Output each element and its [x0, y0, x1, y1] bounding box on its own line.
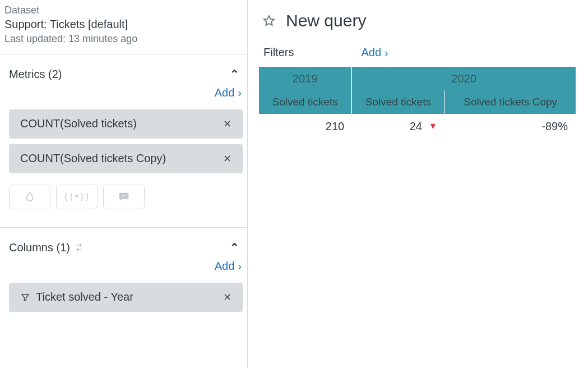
down-triangle-icon: ▼: [429, 121, 438, 131]
filter-icon: [20, 292, 30, 302]
columns-add-label: Add: [215, 260, 235, 273]
metric-chip-remove[interactable]: ✕: [223, 119, 232, 129]
metrics-add-label: Add: [215, 86, 235, 99]
dataset-label: Dataset: [4, 3, 247, 17]
table-cell: -89%: [445, 114, 576, 139]
result-table: 2019 2020 Solved tickets Solved tickets …: [259, 67, 576, 139]
columns-section: Columns (1) ⌃ Add › Ticket solved - Y: [0, 228, 247, 325]
column-chip[interactable]: Ticket solved - Year ✕: [9, 283, 243, 312]
message-button[interactable]: [103, 185, 145, 209]
swap-icon[interactable]: [73, 242, 85, 253]
th-year[interactable]: 2019: [259, 67, 352, 90]
broadcast-button[interactable]: ((•)): [56, 185, 98, 209]
svg-point-1: [123, 195, 124, 196]
main-area: New query Filters Add › 2019 2020 Solved…: [248, 0, 588, 368]
column-chip-label: Ticket solved - Year: [20, 291, 133, 303]
chevron-right-icon: ›: [238, 87, 242, 98]
th-metric[interactable]: Solved tickets: [259, 90, 352, 114]
filters-add-label: Add: [361, 46, 381, 59]
droplet-button[interactable]: [9, 185, 50, 209]
th-metric[interactable]: Solved tickets Copy: [445, 90, 576, 114]
query-title[interactable]: New query: [286, 11, 366, 30]
chevron-right-icon: ›: [238, 260, 242, 272]
metrics-add-link[interactable]: Add ›: [215, 86, 242, 99]
columns-collapse-chevron[interactable]: ⌃: [227, 242, 242, 253]
table-row: 210 24 ▼ -89%: [259, 114, 576, 139]
metric-chip-label: COUNT(Solved tickets): [20, 117, 137, 130]
metric-chip-label: COUNT(Solved tickets Copy): [20, 152, 166, 165]
dataset-updated: Last updated: 13 minutes ago: [4, 32, 247, 45]
columns-add-link[interactable]: Add ›: [215, 260, 242, 273]
dataset-block: Dataset Support: Tickets [default] Last …: [0, 0, 247, 54]
th-year[interactable]: 2020: [352, 67, 576, 90]
table-cell: 24 ▼: [352, 114, 445, 139]
chevron-right-icon: ›: [385, 47, 388, 58]
th-metric[interactable]: Solved tickets: [352, 90, 445, 114]
table-cell: 210: [259, 114, 352, 139]
column-chip-remove[interactable]: ✕: [223, 292, 232, 302]
svg-point-2: [125, 195, 126, 196]
metric-chip[interactable]: COUNT(Solved tickets Copy) ✕: [9, 144, 243, 173]
star-icon[interactable]: [262, 14, 276, 27]
svg-point-0: [122, 195, 123, 196]
dataset-name: Support: Tickets [default]: [4, 17, 247, 32]
metrics-title: Metrics (2): [9, 68, 62, 81]
metrics-collapse-chevron[interactable]: ⌃: [227, 68, 242, 80]
sidebar: Dataset Support: Tickets [default] Last …: [0, 0, 248, 368]
broadcast-icon: ((•)): [63, 192, 90, 202]
columns-title: Columns (1): [9, 241, 85, 254]
filters-add-link[interactable]: Add ›: [361, 46, 388, 59]
metric-chip[interactable]: COUNT(Solved tickets) ✕: [9, 109, 243, 139]
metrics-section: Metrics (2) ⌃ Add › COUNT(Solved tickets…: [0, 54, 247, 228]
metric-chip-remove[interactable]: ✕: [223, 154, 232, 164]
filters-label: Filters: [263, 46, 294, 59]
